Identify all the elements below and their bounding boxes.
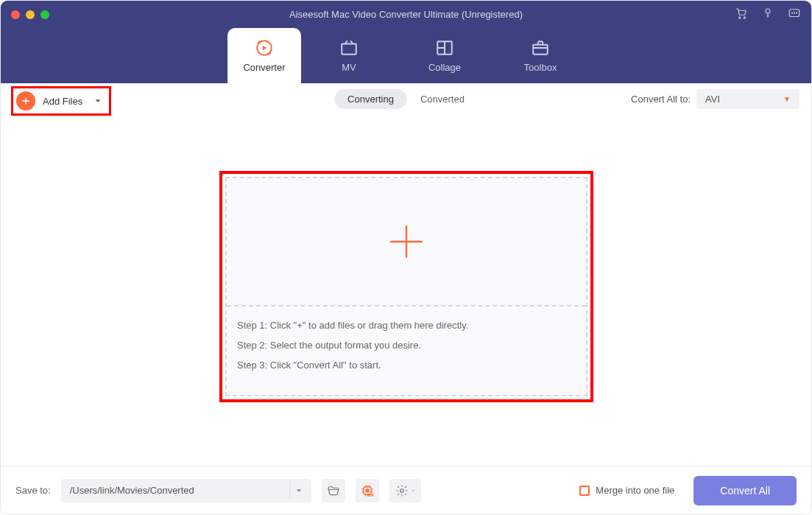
step-2-text: Step 2: Select the output format you des… <box>237 340 576 351</box>
key-icon[interactable] <box>761 7 774 23</box>
save-to-label: Save to: <box>15 485 51 496</box>
gear-icon <box>395 484 409 497</box>
format-value: AVI <box>705 94 720 105</box>
chip-icon: ON <box>360 483 375 498</box>
svg-point-6 <box>797 13 797 13</box>
tab-label: Collage <box>428 62 461 73</box>
tab-toolbox[interactable]: Toolbox <box>493 28 588 83</box>
content-area: Step 1: Click "+" to add files or drag t… <box>1 116 811 466</box>
chevron-down-icon <box>289 481 308 500</box>
add-files-button[interactable]: Add Files <box>11 86 111 116</box>
titlebar-actions <box>735 7 801 23</box>
plus-large-icon <box>386 221 427 262</box>
dropzone-highlight: Step 1: Click "+" to add files or drag t… <box>219 171 593 402</box>
toolbar: Add Files Converting Converted Convert A… <box>1 83 811 116</box>
dropzone-add-area[interactable] <box>227 178 586 305</box>
settings-button[interactable] <box>389 479 421 502</box>
save-path-value: /Users/link/Movies/Converted <box>70 485 194 496</box>
minimize-window-button[interactable] <box>26 10 35 19</box>
dropzone-steps: Step 1: Click "+" to add files or drag t… <box>227 306 586 384</box>
merge-label: Merge into one file <box>596 485 674 496</box>
svg-point-0 <box>739 16 741 18</box>
triangle-down-icon: ▼ <box>783 95 791 103</box>
traffic-lights <box>11 10 49 19</box>
convert-all-button[interactable]: Convert All <box>693 476 797 505</box>
maximize-window-button[interactable] <box>40 10 49 19</box>
convert-all-to-group: Convert All to: AVI ▼ <box>631 89 799 109</box>
add-files-label: Add Files <box>43 96 82 107</box>
footer: Save to: /Users/link/Movies/Converted ON… <box>1 466 811 514</box>
titlebar: Aiseesoft Mac Video Converter Ultimate (… <box>1 1 811 28</box>
gpu-accel-button[interactable]: ON <box>356 479 379 502</box>
svg-point-5 <box>794 13 795 13</box>
status-segmented-control: Converting Converted <box>334 89 478 109</box>
close-window-button[interactable] <box>11 10 20 19</box>
save-path-select[interactable]: /Users/link/Movies/Converted <box>61 479 311 502</box>
svg-text:ON: ON <box>368 493 374 497</box>
convert-all-label: Convert All <box>720 485 770 497</box>
app-window: Aiseesoft Mac Video Converter Ultimate (… <box>0 0 812 515</box>
step-1-text: Step 1: Click "+" to add files or drag t… <box>237 320 576 331</box>
output-format-select[interactable]: AVI ▼ <box>696 89 799 109</box>
svg-rect-10 <box>533 45 548 55</box>
tab-label: MV <box>342 62 356 73</box>
feedback-icon[interactable] <box>788 7 801 23</box>
merge-checkbox-group[interactable]: Merge into one file <box>579 485 674 496</box>
svg-point-2 <box>766 9 770 13</box>
svg-rect-8 <box>342 44 356 55</box>
chevron-down-icon <box>410 487 417 494</box>
tab-mv[interactable]: MV <box>301 28 397 83</box>
main-tabs: Converter MV Collage Toolbox <box>1 28 811 83</box>
cart-icon[interactable] <box>735 7 748 23</box>
tab-converter[interactable]: Converter <box>227 28 301 83</box>
svg-point-1 <box>744 16 745 18</box>
svg-point-4 <box>792 13 793 13</box>
seg-converted[interactable]: Converted <box>407 89 478 109</box>
step-3-text: Step 3: Click "Convert All" to start. <box>237 360 576 371</box>
window-title: Aiseesoft Mac Video Converter Ultimate (… <box>1 9 811 20</box>
checkbox-icon <box>579 486 590 496</box>
tab-collage[interactable]: Collage <box>397 28 493 83</box>
folder-icon <box>327 484 340 497</box>
dropzone[interactable]: Step 1: Click "+" to add files or drag t… <box>225 177 587 396</box>
tab-label: Converter <box>243 62 285 73</box>
open-folder-button[interactable] <box>322 479 345 502</box>
tab-label: Toolbox <box>524 62 557 73</box>
svg-point-14 <box>400 488 403 492</box>
seg-converting[interactable]: Converting <box>334 89 407 109</box>
svg-rect-12 <box>365 488 369 492</box>
chevron-down-icon[interactable] <box>94 94 102 108</box>
convert-all-to-label: Convert All to: <box>631 94 691 105</box>
plus-icon <box>16 91 35 111</box>
